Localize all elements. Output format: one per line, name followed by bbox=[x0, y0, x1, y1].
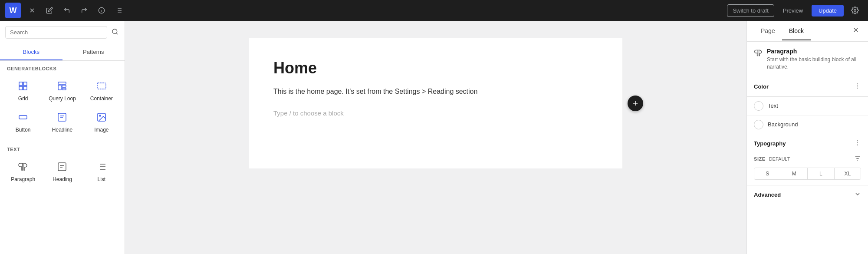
block-item-container[interactable]: Container bbox=[82, 76, 121, 107]
block-placeholder[interactable]: Type / to choose a block bbox=[273, 106, 598, 120]
right-sidebar-header: Page Block bbox=[747, 21, 868, 42]
left-sidebar: Blocks Patterns GENERATEBLOCKS Grid bbox=[0, 21, 125, 254]
container-icon bbox=[96, 81, 107, 93]
size-buttons: S M L XL bbox=[754, 168, 861, 180]
color-section-title: Color bbox=[754, 83, 769, 90]
color-more-button[interactable] bbox=[854, 82, 861, 91]
text-label: TEXT bbox=[0, 142, 125, 155]
image-icon bbox=[96, 112, 107, 124]
plus-icon: + bbox=[633, 98, 638, 109]
size-btn-l[interactable]: L bbox=[808, 168, 835, 179]
right-sidebar: Page Block Paragraph Start with the basi… bbox=[746, 21, 868, 254]
button-icon bbox=[18, 112, 28, 124]
svg-point-12 bbox=[112, 29, 117, 34]
page-title: Home bbox=[273, 59, 598, 77]
block-item-heading[interactable]: Heading bbox=[43, 156, 82, 188]
paragraph-block-icon bbox=[754, 49, 763, 59]
advanced-section: Advanced bbox=[747, 185, 868, 204]
background-color-circle[interactable] bbox=[754, 120, 763, 129]
close-button[interactable] bbox=[24, 3, 40, 18]
tab-block[interactable]: Block bbox=[782, 22, 811, 40]
list-icon bbox=[96, 162, 107, 174]
redo-button[interactable] bbox=[76, 3, 92, 18]
main-layout: Blocks Patterns GENERATEBLOCKS Grid bbox=[0, 21, 868, 254]
top-bar-right: Switch to draft Preview Update bbox=[727, 3, 863, 18]
block-item-button-label: Button bbox=[16, 127, 31, 133]
tab-page[interactable]: Page bbox=[754, 22, 782, 40]
list-view-button[interactable] bbox=[111, 3, 127, 18]
svg-point-42 bbox=[857, 87, 858, 88]
block-item-query-loop-label: Query Loop bbox=[49, 96, 76, 102]
svg-rect-23 bbox=[19, 115, 27, 119]
typography-size-row: SIZE DEFAULT bbox=[747, 153, 868, 168]
size-btn-xl[interactable]: XL bbox=[835, 168, 861, 179]
block-item-query-loop[interactable]: Query Loop bbox=[43, 76, 82, 107]
block-item-list-label: List bbox=[97, 176, 105, 182]
block-item-headline[interactable]: Headline bbox=[43, 107, 82, 138]
close-sidebar-button[interactable] bbox=[851, 25, 861, 37]
svg-line-13 bbox=[116, 33, 118, 34]
query-loop-icon bbox=[57, 81, 67, 93]
size-btn-s[interactable]: S bbox=[754, 168, 781, 179]
block-item-paragraph-label: Paragraph bbox=[11, 176, 35, 182]
size-value: DEFAULT bbox=[769, 156, 790, 162]
svg-point-40 bbox=[857, 83, 858, 84]
tab-patterns[interactable]: Patterns bbox=[62, 44, 125, 60]
block-description: Start with the basic building block of a… bbox=[767, 56, 861, 71]
typography-more-button[interactable] bbox=[854, 139, 861, 148]
heading-icon bbox=[57, 162, 67, 174]
block-item-image[interactable]: Image bbox=[82, 107, 121, 138]
svg-rect-17 bbox=[23, 86, 27, 90]
svg-point-43 bbox=[857, 140, 858, 141]
block-item-heading-label: Heading bbox=[53, 176, 72, 182]
block-item-list[interactable]: List bbox=[82, 156, 121, 188]
undo-button[interactable] bbox=[59, 3, 75, 18]
block-item-grid[interactable]: Grid bbox=[3, 76, 43, 107]
add-block-button[interactable]: + bbox=[628, 96, 643, 111]
advanced-title: Advanced bbox=[754, 191, 781, 198]
search-icon-button[interactable] bbox=[111, 27, 119, 38]
search-bar bbox=[0, 21, 125, 44]
generateblocks-grid: Grid Query Loop Container bbox=[0, 74, 125, 142]
preview-button[interactable]: Preview bbox=[778, 5, 808, 16]
switch-to-draft-button[interactable]: Switch to draft bbox=[727, 4, 774, 17]
wp-logo: W bbox=[5, 3, 21, 18]
block-item-paragraph[interactable]: Paragraph bbox=[3, 156, 43, 188]
block-info: Paragraph Start with the basic building … bbox=[747, 42, 868, 77]
text-color-label: Text bbox=[768, 102, 778, 109]
info-button[interactable] bbox=[94, 3, 109, 18]
block-name: Paragraph bbox=[767, 48, 861, 55]
tab-blocks[interactable]: Blocks bbox=[0, 44, 62, 60]
typography-section-title: Typography bbox=[754, 140, 786, 147]
size-filter-button[interactable] bbox=[854, 155, 861, 163]
update-button[interactable]: Update bbox=[812, 5, 844, 16]
svg-point-11 bbox=[854, 10, 856, 12]
generateblocks-label: GENERATEBLOCKS bbox=[0, 61, 125, 74]
page-body: This is the home page. It's set from the… bbox=[273, 88, 598, 96]
svg-rect-21 bbox=[62, 88, 66, 90]
pencil-button[interactable] bbox=[42, 3, 57, 18]
text-color-circle[interactable] bbox=[754, 101, 763, 111]
svg-rect-18 bbox=[58, 82, 66, 84]
size-btn-m[interactable]: M bbox=[781, 168, 808, 179]
svg-rect-29 bbox=[58, 163, 66, 171]
svg-rect-24 bbox=[58, 113, 66, 121]
right-tabs: Page Block bbox=[754, 22, 811, 40]
size-label: SIZE bbox=[754, 156, 766, 162]
grid-icon bbox=[18, 81, 28, 93]
advanced-header[interactable]: Advanced bbox=[747, 185, 868, 204]
svg-point-41 bbox=[857, 86, 858, 86]
headline-icon bbox=[57, 112, 67, 124]
color-text-row: Text bbox=[747, 97, 868, 115]
block-item-image-label: Image bbox=[94, 127, 108, 133]
svg-point-44 bbox=[857, 142, 858, 143]
sidebar-scroll: GENERATEBLOCKS Grid Query Loop bbox=[0, 61, 125, 254]
settings-button[interactable] bbox=[847, 3, 863, 18]
block-item-button[interactable]: Button bbox=[3, 107, 43, 138]
canvas-area: Home This is the home page. It's set fro… bbox=[125, 21, 746, 254]
search-input[interactable] bbox=[5, 26, 107, 39]
svg-rect-14 bbox=[19, 82, 23, 86]
block-item-grid-label: Grid bbox=[18, 96, 28, 102]
advanced-chevron-button[interactable] bbox=[854, 191, 861, 199]
color-background-row: Background bbox=[747, 115, 868, 134]
